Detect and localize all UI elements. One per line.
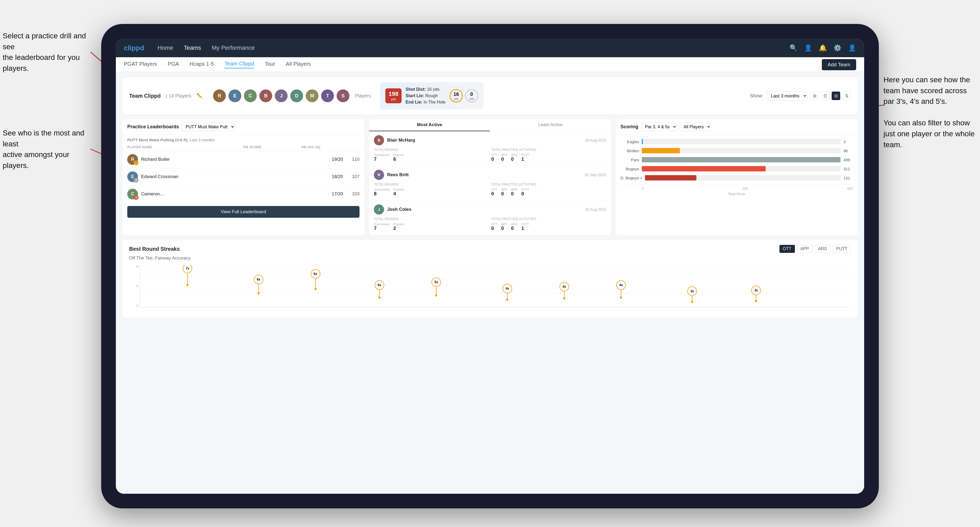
rees-rounds-section: Total Rounds Tournament 8 Practice 4 [374,183,488,197]
nav-link-my-performance[interactable]: My Performance [212,44,255,51]
avatar-1[interactable]: R [213,89,226,102]
gridline-mid2 [140,293,851,293]
main-content: Team Clippd | 14 Players ✏️ R E C B J D … [116,72,864,494]
view-list-icon[interactable]: ☰ [821,92,829,100]
player-date-josh: 26 Aug 2023 [585,207,606,211]
streaks-subtitle: Off The Tee, Fairway Accuracy [129,256,851,261]
nav-icons: 🔍 👤 🔔 ⚙️ 👤 [790,44,856,52]
leaderboard-subtitle: PUTT Must Make Putting (3-6 ft), Last 3 … [123,135,364,143]
birdies-bar [642,148,680,153]
shot-info: Shot Dist: 16 yds Start Lie: Rough End L… [406,86,445,105]
add-team-button[interactable]: Add Team [822,59,856,70]
shot-distance-value: 198 [388,90,398,97]
activities-row: OTT 0 APP 0 ARG 0 [492,153,606,162]
streaks-header: Best Round Streaks OTT APP ARG PUTT [129,245,851,253]
tab-team-clippd[interactable]: Team Clippd [224,61,254,68]
leaderboard-row-2[interactable]: E 2 Edward Crossman 18/20 107 [123,168,364,186]
players-label: Players [355,93,371,99]
shot-card: 198 yds Shot Dist: 16 yds Start Lie: Rou… [380,82,484,110]
total-rounds-section: Total Rounds Tournament 7 Practice 6 [374,148,488,162]
avatar-6[interactable]: D [290,89,303,102]
bell-icon[interactable]: 🔔 [819,44,827,52]
avatar-5[interactable]: J [275,89,288,102]
lb-avatar-3: C 3 [127,189,138,199]
filter-ott[interactable]: OTT [780,245,795,253]
filter-putt[interactable]: PUTT [833,245,851,253]
tab-pgat-players[interactable]: PGAT Players [124,61,157,68]
lb-avatar-1: R 🥇 [127,154,138,165]
avatar-rees: R [374,170,384,180]
bogeys-label: Bogeys [620,167,639,171]
avatar-josh: J [374,205,384,214]
show-period-select[interactable]: Last 3 months Last 6 months Last year [767,91,807,101]
streak-point-4x-1: 4x [503,284,512,301]
pars-value: 499 [843,157,853,162]
leaderboard-row-1[interactable]: R 🥇 Richard Butler 19/20 110 [123,151,364,168]
lb-name-2: Edward Crossman [141,174,324,179]
streak-dot-7x [186,284,189,286]
user-avatar[interactable]: 👤 [848,44,856,52]
view-card-icon[interactable]: ⊟ [832,92,840,100]
view-grid-icon[interactable]: ⊞ [810,92,819,100]
active-players-panel: Most Active Least Active B Blair McHarg … [369,119,611,235]
tablet-screen: clippd Home Teams My Performance 🔍 👤 🔔 ⚙… [116,39,864,494]
team-header: Team Clippd | 14 Players ✏️ R E C B J D … [123,78,858,114]
rounds-row: Tournament 7 Practice 6 [374,153,488,162]
edit-team-icon[interactable]: ✏️ [197,93,202,99]
active-tabs: Most Active Least Active [369,119,611,132]
filter-arg[interactable]: ARG [815,245,831,253]
tab-least-active[interactable]: Least Active [490,119,611,131]
tab-hcaps[interactable]: Hcaps 1-5 [189,61,214,68]
leaderboard-row-3[interactable]: C 3 Cameron... 17/20 103 [123,186,364,203]
avatar-blair: B [374,135,384,145]
tab-pga[interactable]: PGA [168,61,179,68]
search-icon[interactable]: 🔍 [790,44,797,52]
x-tick-0: 0 [642,187,644,190]
avatar-9[interactable]: S [337,89,349,102]
streak-point-6x-1: 6x [254,275,263,294]
player-card-rees: R Rees Britt 02 Sep 2023 Total Rounds To… [369,166,611,201]
avatar-3[interactable]: C [244,89,257,102]
total-rounds-label: Total Rounds [374,148,488,152]
person-icon[interactable]: 👤 [804,44,812,52]
dbogeys-label: D. Bogeys + [620,176,642,180]
par-filter-select[interactable]: Par 3, 4 & 5s Par 3s only Par 4s only Pa… [641,123,677,131]
col-player-name: PLAYER NAME [127,145,243,149]
tab-tour[interactable]: Tour [265,61,275,68]
tab-most-active[interactable]: Most Active [369,119,490,131]
player-filter-select[interactable]: All Players [679,123,711,131]
streaks-title: Best Round Streaks [129,246,180,252]
dbogeys-track [645,175,841,181]
start-lie-label: Start Lie: Rough [406,93,445,99]
filter-app[interactable]: APP [797,245,813,253]
avatar-7[interactable]: M [306,89,318,102]
scoring-bar-chart: Eagles 3 Birdies 96 [616,135,858,200]
bar-row-bogeys: Bogeys 311 [620,166,853,171]
scoring-title: Scoring [620,124,638,130]
player-date-blair: 26 Aug 2023 [585,138,606,142]
josh-activities-section: Total Practice Activities OTT0 APP0 ARG0… [492,217,606,231]
streaks-card: Best Round Streaks OTT APP ARG PUTT Off … [123,240,858,317]
dbogeys-value: 131 [843,176,853,180]
avatar-4[interactable]: B [259,89,272,102]
josh-rounds-section: Total Rounds Tournament 7 Practice 2 [374,217,488,231]
leaderboard-table-header: PLAYER NAME PB SCORE PB AVG SQ [123,143,364,151]
settings-icon[interactable]: ⚙️ [834,44,842,52]
practice-leaderboard-panel: Practice Leaderboards PUTT Must Make Put… [123,119,364,235]
shot-dist-label: Shot Dist: 16 yds [406,86,445,93]
shot-circle-2: 0 yds [465,89,478,103]
view-sort-icon[interactable]: ⇅ [842,92,851,100]
nav-link-teams[interactable]: Teams [184,44,201,51]
streak-stem-7x [187,273,188,284]
avatar-8[interactable]: T [321,89,334,102]
tab-all-players[interactable]: All Players [286,61,311,68]
avatar-2[interactable]: E [229,89,241,102]
nav-link-home[interactable]: Home [158,44,173,51]
drill-select[interactable]: PUTT Must Make Putting ... [181,123,235,131]
shot-distance-unit: yds [388,97,398,101]
putt-stat: PUTT 1 [522,153,529,162]
sub-nav: PGAT Players PGA Hcaps 1-5 Team Clippd T… [116,57,864,72]
view-full-leaderboard-button[interactable]: View Full Leaderboard [127,206,360,218]
birdies-value: 96 [843,149,853,153]
streaks-chart-area: 7x 6x 6x [140,265,851,307]
